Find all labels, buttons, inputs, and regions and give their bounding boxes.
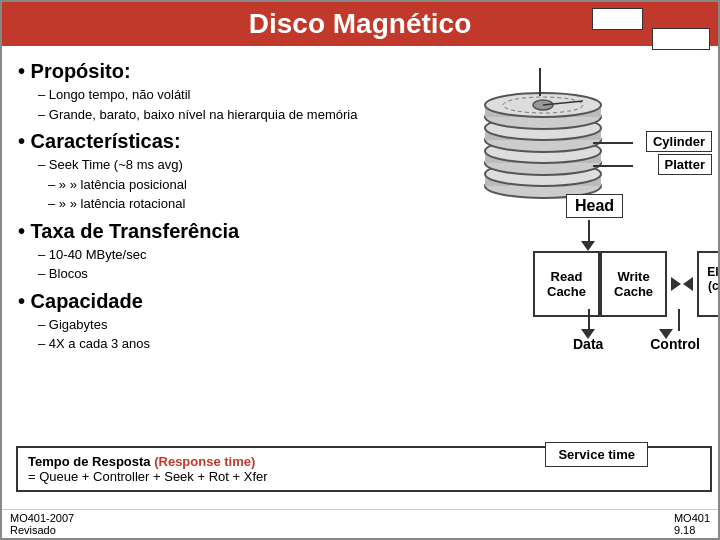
response-formula: = Queue + Controller + Seek + Rot + Xfer (28, 469, 268, 484)
list-item: Gigabytes (38, 315, 402, 335)
bullet-2-main: • Características: (18, 130, 402, 153)
arrow-left-icon (683, 277, 693, 291)
head-arrow-down (581, 241, 595, 251)
content-area: • Propósito: Longo tempo, não volátil Gr… (2, 46, 718, 509)
page-title: Disco Magnético (249, 8, 471, 39)
electronics-box: Electronics(controller) (697, 251, 718, 317)
bullet-4-subs: Gigabytes 4X a cada 3 anos (18, 315, 402, 354)
page-footer: MO401-2007 Revisado MO401 9.18 (2, 509, 718, 538)
list-item: » » latência posicional (38, 175, 402, 195)
cache-data-connector (588, 309, 590, 331)
main-container: Disco Magnético Track Sector • Propósito… (0, 0, 720, 540)
write-cache-box: WriteCache (600, 251, 667, 317)
disk-stack-svg (478, 91, 608, 201)
list-item: Longo tempo, não volátil (38, 85, 402, 105)
page-header: Disco Magnético Track Sector (2, 2, 718, 46)
bullet-4-main: • Capacidade (18, 290, 402, 313)
service-time-box: Service time (545, 442, 648, 467)
cache-row: ReadCache WriteCache Electronics(control… (533, 251, 718, 317)
bullet-3-main: • Taxa de Transferência (18, 220, 402, 243)
list-item: 4X a cada 3 anos (38, 334, 402, 354)
list-item: Seek Time (~8 ms avg) (38, 155, 402, 175)
head-label: Head (566, 194, 623, 218)
bullet-1-subs: Longo tempo, não volátil Grande, barato,… (18, 85, 402, 124)
left-panel: • Propósito: Longo tempo, não volátil Gr… (2, 46, 418, 509)
right-panel: Cylinder Platter Head ReadCache WriteCac… (418, 46, 718, 509)
elec-control-connector (678, 309, 680, 331)
platter-connector (593, 165, 633, 167)
list-item: Blocos (38, 264, 402, 284)
response-title: Tempo de Resposta (28, 454, 151, 469)
list-item: 10-40 MByte/sec (38, 245, 402, 265)
track-connector (539, 68, 541, 96)
list-item: » » latência rotacional (38, 194, 402, 214)
read-cache-box: ReadCache (533, 251, 600, 317)
control-label: Control (650, 336, 700, 352)
cylinder-label: Cylinder (646, 131, 712, 152)
platter-label: Platter (658, 154, 712, 175)
track-label: Track (592, 8, 643, 30)
response-highlight: (Response time) (154, 454, 255, 469)
cylinder-connector (593, 142, 633, 144)
bullet-1-main: • Propósito: (18, 60, 402, 83)
bullet-2-subs: Seek Time (~8 ms avg) » » latência posic… (18, 155, 402, 214)
footer-right: MO401 9.18 (674, 512, 710, 536)
list-item: Grande, barato, baixo nível na hierarqui… (38, 105, 402, 125)
cache-electronics-arrow (667, 251, 697, 317)
bullet-3-subs: 10-40 MByte/sec Blocos (18, 245, 402, 284)
data-label: Data (573, 336, 603, 352)
arrow-right-icon (671, 277, 681, 291)
footer-left: MO401-2007 Revisado (10, 512, 74, 536)
